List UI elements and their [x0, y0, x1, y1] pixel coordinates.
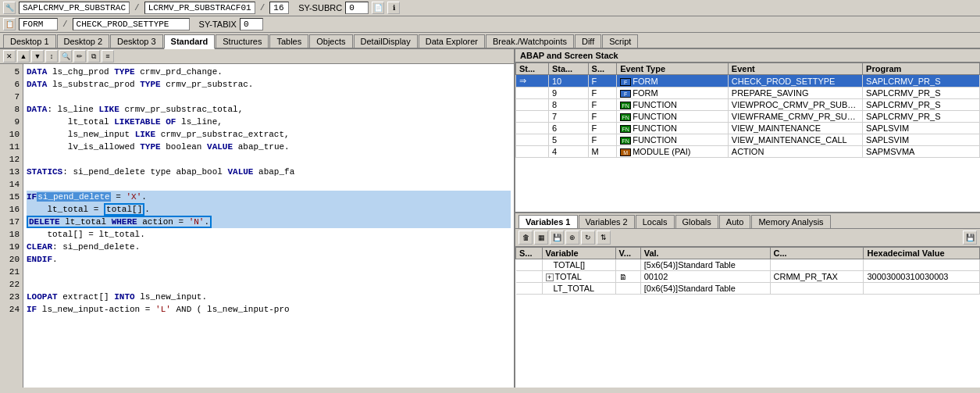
tab-data-explorer[interactable]: Data Explorer	[419, 34, 485, 48]
line-field[interactable]: 16	[269, 2, 289, 14]
vars-table: S...VariableV...Val.C...Hexadecimal Valu…	[515, 247, 980, 295]
stack-cell: FNFUNCTION	[617, 99, 729, 111]
stack-cell: VIEWFRAME_CRMV_PR_SUBSTRAC	[728, 111, 862, 123]
stack-cell: F	[588, 99, 617, 111]
vars-row[interactable]: LT_TOTAL[0x6(54)]Standard Table	[516, 283, 980, 295]
vars-tab-auto[interactable]: Auto	[719, 215, 751, 228]
tab-desktop-3[interactable]: Desktop 3	[110, 34, 163, 48]
stack-scroll[interactable]: St...Sta...S...Event TypeEventProgram ⇒1…	[515, 63, 980, 212]
vars-cell-variable: TOTAL[]	[542, 259, 615, 271]
tab-break--watchpoints[interactable]: Break./Watchpoints	[486, 34, 574, 48]
vars-tab-memory-analysis[interactable]: Memory Analysis	[751, 215, 830, 228]
vars-row[interactable]: TOTAL[][5x6(54)]Standard Table	[516, 259, 980, 271]
vars-sort-btn[interactable]: ⇅	[597, 230, 611, 245]
stack-cell	[516, 88, 549, 99]
expand-icon[interactable]: +	[546, 273, 554, 281]
copy-btn[interactable]: ⧉	[87, 50, 100, 63]
scroll-up-btn[interactable]: ▲	[17, 50, 30, 63]
tab-standard[interactable]: Standard	[164, 34, 216, 49]
stack-row[interactable]: 8FFNFUNCTIONVIEWPROC_CRMV_PR_SUBSTRACSAP…	[516, 99, 980, 111]
tab-objects[interactable]: Objects	[309, 34, 352, 48]
stack-row[interactable]: ⇒10FFFORMCHECK_PROD_SETTYPESAPLCRMV_PR_S	[516, 75, 980, 88]
code-body: 5678910111213141516⇒1718192021222324 DAT…	[0, 64, 514, 388]
code-panel: ✕ ▲ ▼ ↕ 🔍 ✏ ⧉ ≡ 5678910111213141516⇒1718…	[0, 49, 515, 388]
code-line-17: DELETE lt_total WHERE action = 'N'.	[27, 216, 511, 228]
sy-subrc-value[interactable]: 0	[345, 2, 369, 14]
form-value-field[interactable]: CHECK_PROD_SETTYPE	[73, 18, 190, 30]
vars-save-btn[interactable]: 💾	[550, 230, 564, 245]
tab-desktop-2[interactable]: Desktop 2	[57, 34, 110, 48]
vars-save2-btn[interactable]: 💾	[963, 230, 977, 245]
sy-tabix-value[interactable]: 0	[240, 18, 263, 30]
tab-script[interactable]: Script	[602, 34, 638, 48]
filter-btn[interactable]: ≡	[102, 50, 114, 63]
line-num-13: 13	[0, 166, 23, 178]
vars-tab-locals[interactable]: Locals	[636, 215, 675, 228]
vars-cell-val: 00102	[640, 271, 770, 283]
code-line-24: IF ls_new_input-action = 'L' AND ( ls_ne…	[27, 303, 511, 316]
vars-table-container[interactable]: S...VariableV...Val.C...Hexadecimal Valu…	[515, 247, 980, 388]
close-btn[interactable]: ✕	[3, 50, 16, 63]
kw-delete: DELETE	[29, 217, 60, 227]
stack-cell: F	[588, 88, 617, 99]
find-btn[interactable]: 🔍	[59, 50, 72, 63]
stack-row[interactable]: 4MMMODULE (PAI)ACTIONSAPMSVMA	[516, 146, 980, 158]
stack-row[interactable]: 5FFNFUNCTIONVIEW_MAINTENANCE_CALLSAPLSVI…	[516, 134, 980, 146]
kw: TYPE	[140, 142, 160, 152]
kw: AT	[47, 292, 57, 302]
stack-cell: VIEWPROC_CRMV_PR_SUBSTRAC	[728, 99, 862, 111]
stack-row[interactable]: 6FFNFUNCTIONVIEW_MAINTENANCESAPLSVIM	[516, 123, 980, 134]
vars-delete-btn[interactable]: 🗑	[519, 230, 533, 245]
stack-cell: SAPLCRMV_PR_S	[863, 99, 980, 111]
line-num-23: 23	[0, 291, 23, 303]
vars-table-btn[interactable]: ▦	[534, 230, 548, 245]
vars-col-s---: S...	[516, 248, 543, 259]
vars-tab-globals[interactable]: Globals	[675, 215, 718, 228]
kw: LOOP	[27, 292, 47, 302]
code-line-23: LOOP AT extract[] INTO ls_new_input.	[27, 291, 511, 303]
include-field[interactable]: LCRMV_PR_SUBSTRACF01	[144, 2, 255, 14]
line-num-19: 19	[0, 241, 23, 253]
vars-cell-v: 🗎	[615, 271, 640, 283]
event-type-icon: M	[620, 148, 631, 156]
stack-cell: FNFUNCTION	[617, 134, 729, 146]
icon2[interactable]: ℹ	[387, 2, 400, 14]
stack-cell: CHECK_PROD_SETTYPE	[728, 75, 862, 88]
code-line-6: DATA ls_substrac_prod TYPE crmv_pr_subst…	[27, 78, 511, 91]
stack-cell: FNFUNCTION	[617, 111, 729, 123]
code-line-14	[27, 178, 511, 191]
tab-desktop-1[interactable]: Desktop 1	[3, 34, 56, 48]
scroll-dn-btn[interactable]: ▼	[31, 50, 44, 63]
tab-tables[interactable]: Tables	[269, 34, 308, 48]
tab-detaildisplay[interactable]: DetailDisplay	[354, 34, 418, 48]
vars-tab-variables-2[interactable]: Variables 2	[579, 215, 635, 228]
code-lines[interactable]: DATA ls_chg_prod TYPE crmv_prd_change. D…	[23, 64, 514, 388]
code-line-20: ENDIF.	[27, 253, 511, 266]
sy-tabix-label: SY-TABIX	[199, 20, 237, 29]
vars-tab-variables-1[interactable]: Variables 1	[519, 215, 578, 228]
stack-cell	[516, 111, 549, 123]
stack-col-s---: S...	[588, 63, 617, 75]
form-field[interactable]: FORM	[19, 18, 58, 30]
vars-col-hexadecimal-value: Hexadecimal Value	[864, 248, 980, 259]
vars-refresh-btn[interactable]: ↻	[581, 230, 595, 245]
icon1[interactable]: 📄	[372, 2, 384, 14]
code-line-5: DATA ls_chg_prod TYPE crmv_prd_change.	[27, 66, 511, 78]
stack-cell: SAPLSVIM	[863, 123, 980, 134]
tab-structures[interactable]: Structures	[216, 34, 269, 48]
stack-cell	[516, 99, 549, 111]
vars-cell-s	[516, 271, 543, 283]
vars-add-btn[interactable]: ⊕	[565, 230, 579, 245]
vars-row[interactable]: +TOTAL🗎00102CRMM_PR_TAX30003000310030003	[516, 271, 980, 283]
stack-cell: SAPLSVIM	[863, 134, 980, 146]
tab-diff[interactable]: Diff	[575, 34, 601, 48]
stack-row[interactable]: 7FFNFUNCTIONVIEWFRAME_CRMV_PR_SUBSTRACSA…	[516, 111, 980, 123]
step-btn[interactable]: ↕	[45, 50, 58, 63]
stack-cell: F	[588, 111, 617, 123]
stack-row[interactable]: 9FFFORMPREPARE_SAVINGSAPLCRMV_PR_S	[516, 88, 980, 99]
program-field[interactable]: SAPLCRMV_PR_SUBSTRAC	[19, 2, 130, 14]
stack-cell: SAPLCRMV_PR_S	[863, 111, 980, 123]
edit-btn[interactable]: ✏	[73, 50, 86, 63]
line-num-10: 10	[0, 128, 23, 141]
stack-panel: ABAP and Screen Stack St...Sta...S...Eve…	[515, 49, 980, 213]
